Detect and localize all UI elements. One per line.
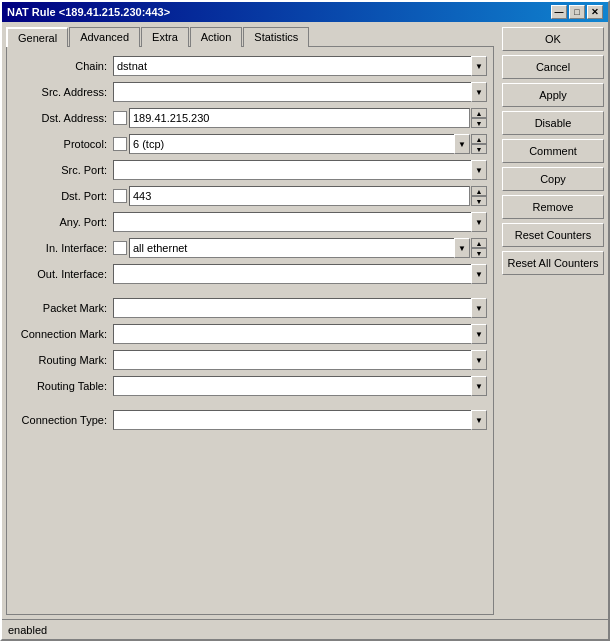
- src-address-dropdown-btn[interactable]: ▼: [471, 82, 487, 102]
- src-port-dropdown-btn[interactable]: ▼: [471, 160, 487, 180]
- connection-mark-container: ▼: [113, 324, 487, 344]
- src-port-label: Src. Port:: [13, 164, 113, 176]
- main-window: NAT Rule <189.41.215.230:443> — □ ✕ Gene…: [0, 0, 610, 641]
- routing-table-input[interactable]: [113, 376, 471, 396]
- dst-address-checkbox[interactable]: [113, 111, 127, 125]
- connection-mark-input[interactable]: [113, 324, 471, 344]
- src-address-row: Src. Address: ▼: [13, 81, 487, 103]
- dst-port-checkbox[interactable]: [113, 189, 127, 203]
- src-port-container: ▼: [113, 160, 487, 180]
- remove-button[interactable]: Remove: [502, 195, 604, 219]
- src-address-label: Src. Address:: [13, 86, 113, 98]
- any-port-input[interactable]: [113, 212, 471, 232]
- routing-mark-dropdown-btn[interactable]: ▼: [471, 350, 487, 370]
- in-interface-scroll-down[interactable]: ▼: [471, 248, 487, 258]
- chain-input-container: ▼: [113, 56, 487, 76]
- out-interface-label: Out. Interface:: [13, 268, 113, 280]
- spacer2: [13, 401, 487, 409]
- dst-address-scroll-down[interactable]: ▼: [471, 118, 487, 128]
- close-button[interactable]: ✕: [587, 5, 603, 19]
- routing-mark-input[interactable]: [113, 350, 471, 370]
- routing-mark-container: ▼: [113, 350, 487, 370]
- tab-action[interactable]: Action: [190, 27, 243, 47]
- tab-statistics[interactable]: Statistics: [243, 27, 309, 47]
- packet-mark-wrapper: ▼: [113, 298, 487, 318]
- any-port-container: ▼: [113, 212, 487, 232]
- dst-address-wrapper: ▲ ▼: [113, 108, 487, 128]
- dst-port-input[interactable]: [129, 186, 470, 206]
- cancel-button[interactable]: Cancel: [502, 55, 604, 79]
- protocol-checkbox[interactable]: [113, 137, 127, 151]
- comment-button[interactable]: Comment: [502, 139, 604, 163]
- tab-content-general: Chain: ▼ Src. Address: ▼: [6, 46, 494, 615]
- routing-table-row: Routing Table: ▼: [13, 375, 487, 397]
- src-port-input[interactable]: [113, 160, 471, 180]
- chain-dropdown-btn[interactable]: ▼: [471, 56, 487, 76]
- protocol-input[interactable]: [129, 134, 454, 154]
- ok-button[interactable]: OK: [502, 27, 604, 51]
- dst-port-container: ▲ ▼: [113, 186, 487, 206]
- disable-button[interactable]: Disable: [502, 111, 604, 135]
- reset-all-counters-button[interactable]: Reset All Counters: [502, 251, 604, 275]
- any-port-dropdown-btn[interactable]: ▼: [471, 212, 487, 232]
- in-interface-label: In. Interface:: [13, 242, 113, 254]
- routing-mark-row: Routing Mark: ▼: [13, 349, 487, 371]
- protocol-dropdown-btn[interactable]: ▼: [454, 134, 470, 154]
- window-title: NAT Rule <189.41.215.230:443>: [7, 6, 170, 18]
- connection-type-dropdown-btn[interactable]: ▼: [471, 410, 487, 430]
- out-interface-input[interactable]: [113, 264, 471, 284]
- tab-advanced[interactable]: Advanced: [69, 27, 140, 47]
- chain-label: Chain:: [13, 60, 113, 72]
- protocol-scroll-down[interactable]: ▼: [471, 144, 487, 154]
- src-port-row: Src. Port: ▼: [13, 159, 487, 181]
- out-interface-container: ▼: [113, 264, 487, 284]
- dst-port-scroll-down[interactable]: ▼: [471, 196, 487, 206]
- dst-port-scroll-up[interactable]: ▲: [471, 186, 487, 196]
- reset-counters-button[interactable]: Reset Counters: [502, 223, 604, 247]
- out-interface-wrapper: ▼: [113, 264, 487, 284]
- protocol-wrapper: ▼ ▲ ▼: [113, 134, 487, 154]
- tab-extra[interactable]: Extra: [141, 27, 189, 47]
- in-interface-input[interactable]: [129, 238, 454, 258]
- connection-mark-wrapper: ▼: [113, 324, 487, 344]
- connection-mark-dropdown-btn[interactable]: ▼: [471, 324, 487, 344]
- in-interface-scroll: ▲ ▼: [471, 238, 487, 258]
- in-interface-checkbox[interactable]: [113, 241, 127, 255]
- in-interface-scroll-up[interactable]: ▲: [471, 238, 487, 248]
- copy-button[interactable]: Copy: [502, 167, 604, 191]
- dst-address-scroll-up[interactable]: ▲: [471, 108, 487, 118]
- protocol-scroll-up[interactable]: ▲: [471, 134, 487, 144]
- out-interface-dropdown-btn[interactable]: ▼: [471, 264, 487, 284]
- apply-button[interactable]: Apply: [502, 83, 604, 107]
- chain-dropdown-wrapper: ▼: [113, 56, 487, 76]
- in-interface-dropdown-btn[interactable]: ▼: [454, 238, 470, 258]
- packet-mark-row: Packet Mark: ▼: [13, 297, 487, 319]
- routing-table-dropdown-btn[interactable]: ▼: [471, 376, 487, 396]
- minimize-button[interactable]: —: [551, 5, 567, 19]
- packet-mark-input[interactable]: [113, 298, 471, 318]
- packet-mark-dropdown-btn[interactable]: ▼: [471, 298, 487, 318]
- any-port-row: Any. Port: ▼: [13, 211, 487, 233]
- in-interface-wrapper: ▼ ▲ ▼: [113, 238, 487, 258]
- connection-type-input[interactable]: [113, 410, 471, 430]
- any-port-label: Any. Port:: [13, 216, 113, 228]
- connection-type-container: ▼: [113, 410, 487, 430]
- protocol-scroll: ▲ ▼: [471, 134, 487, 154]
- any-port-wrapper: ▼: [113, 212, 487, 232]
- connection-mark-row: Connection Mark: ▼: [13, 323, 487, 345]
- dst-address-row: Dst. Address: ▲ ▼: [13, 107, 487, 129]
- maximize-button[interactable]: □: [569, 5, 585, 19]
- packet-mark-container: ▼: [113, 298, 487, 318]
- dst-port-label: Dst. Port:: [13, 190, 113, 202]
- title-bar-buttons: — □ ✕: [551, 5, 603, 19]
- packet-mark-label: Packet Mark:: [13, 302, 113, 314]
- title-bar: NAT Rule <189.41.215.230:443> — □ ✕: [2, 2, 608, 22]
- dst-address-input[interactable]: [129, 108, 470, 128]
- src-address-input[interactable]: [113, 82, 471, 102]
- in-interface-container: ▼ ▲ ▼: [113, 238, 487, 258]
- chain-input[interactable]: [113, 56, 471, 76]
- tab-general[interactable]: General: [6, 27, 68, 47]
- dst-address-scroll: ▲ ▼: [471, 108, 487, 128]
- routing-table-wrapper: ▼: [113, 376, 487, 396]
- routing-mark-wrapper: ▼: [113, 350, 487, 370]
